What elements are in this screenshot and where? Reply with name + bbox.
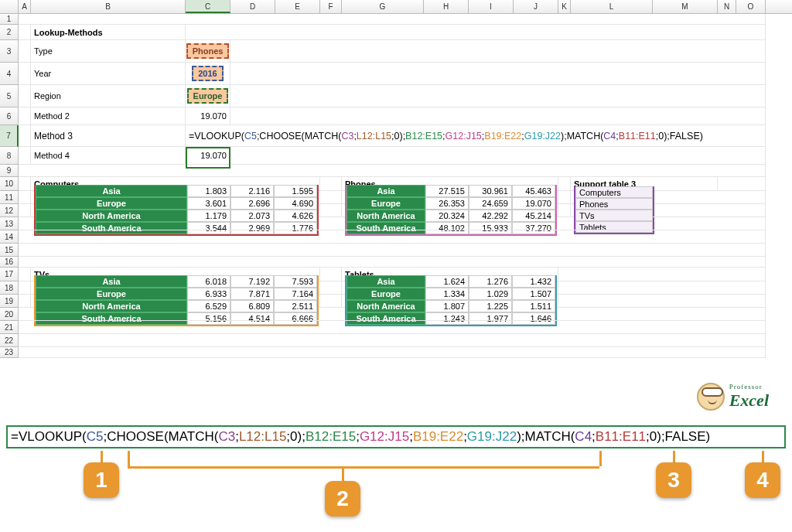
row-header[interactable]: 11 (0, 191, 19, 204)
tablets-body[interactable]: Asia1.6241.2761.432Europe1.3341.0291.507… (342, 295, 558, 308)
cell[interactable] (558, 295, 766, 308)
column-header[interactable]: F (320, 0, 342, 13)
column-header[interactable]: L (571, 0, 653, 13)
cell[interactable] (19, 63, 31, 85)
row-header[interactable]: 13 (0, 217, 19, 230)
phones-body[interactable]: Asia27.51530.96145.463Europe26.35324.659… (342, 204, 558, 217)
cell[interactable] (19, 295, 31, 308)
row-header[interactable]: 8 (0, 147, 19, 165)
cell[interactable] (230, 40, 766, 63)
cell[interactable] (19, 147, 31, 165)
row-header[interactable]: 23 (0, 347, 19, 358)
cell[interactable] (653, 204, 766, 217)
cell[interactable] (19, 204, 31, 217)
cell[interactable] (718, 177, 766, 191)
label-region[interactable]: Region (31, 85, 186, 107)
row-header[interactable]: 6 (0, 107, 19, 125)
column-header[interactable]: B (31, 0, 186, 13)
row-header[interactable]: 12 (0, 204, 19, 217)
cell[interactable] (186, 25, 766, 40)
cell[interactable] (19, 107, 31, 125)
cell[interactable] (320, 191, 342, 204)
cell[interactable] (230, 107, 766, 125)
cell[interactable] (19, 40, 31, 63)
label-type[interactable]: Type (31, 40, 186, 63)
cell[interactable] (230, 85, 766, 107)
row-header[interactable]: 2 (0, 25, 19, 40)
row-header[interactable]: 17 (0, 268, 19, 281)
input-year[interactable]: 2016 (186, 63, 230, 85)
column-header[interactable]: D (230, 0, 275, 13)
cell[interactable] (19, 334, 766, 347)
column-header[interactable]: A (19, 0, 31, 13)
support-body[interactable]: ComputersPhonesTVsTablets (571, 204, 653, 217)
cell[interactable] (558, 177, 571, 191)
cell[interactable] (19, 308, 766, 321)
cell[interactable] (320, 268, 342, 281)
column-header[interactable]: E (275, 0, 320, 13)
cell[interactable] (653, 191, 766, 204)
row-header[interactable]: 20 (0, 308, 19, 321)
column-header[interactable]: N (718, 0, 736, 13)
cell[interactable] (19, 281, 31, 295)
input-type[interactable]: Phones (186, 40, 230, 63)
column-header[interactable]: I (469, 0, 514, 13)
cell[interactable] (19, 177, 31, 191)
cell[interactable] (19, 257, 766, 268)
column-header[interactable]: H (424, 0, 469, 13)
label-method4[interactable]: Method 4 (31, 147, 186, 165)
section-title[interactable]: Lookup-Methods (31, 25, 186, 40)
row-header[interactable]: 14 (0, 230, 19, 244)
cell[interactable] (19, 191, 31, 204)
column-header[interactable]: M (653, 0, 718, 13)
row-header[interactable]: 4 (0, 63, 19, 85)
cell[interactable] (19, 230, 766, 244)
cell[interactable] (558, 268, 766, 281)
row-header[interactable]: 10 (0, 177, 19, 191)
cell[interactable] (19, 125, 31, 147)
column-header[interactable]: O (736, 0, 766, 13)
row-header[interactable]: 21 (0, 321, 19, 334)
column-header[interactable]: J (514, 0, 558, 13)
label-method2[interactable]: Method 2 (31, 107, 186, 125)
row-header[interactable]: 15 (0, 244, 19, 257)
row-header[interactable]: 5 (0, 85, 19, 107)
cell[interactable] (19, 25, 31, 40)
column-header[interactable]: C (186, 0, 230, 13)
label-year[interactable]: Year (31, 63, 186, 85)
cell[interactable] (230, 147, 766, 165)
cell[interactable] (19, 347, 766, 358)
computers-body[interactable]: Asia1.8032.1161.595Europe3.6012.6964.690… (31, 204, 320, 217)
row-header[interactable]: 7 (0, 125, 19, 147)
cell[interactable] (19, 165, 766, 177)
cell[interactable] (558, 281, 766, 295)
column-header[interactable]: G (342, 0, 424, 13)
cell[interactable] (558, 191, 571, 204)
label-method3[interactable]: Method 3 (31, 125, 186, 147)
cell[interactable] (19, 217, 766, 230)
column-header[interactable] (0, 0, 19, 13)
cell[interactable] (320, 204, 342, 217)
input-region[interactable]: Europe (186, 85, 230, 107)
tvs-body[interactable]: Asia6.0187.1927.593Europe6.9337.8717.164… (31, 295, 320, 308)
cell[interactable] (19, 14, 766, 25)
value-method2[interactable]: 19.070 (186, 107, 230, 125)
cell[interactable] (320, 295, 342, 308)
row-header[interactable]: 19 (0, 295, 19, 308)
cell[interactable] (230, 63, 766, 85)
row-header[interactable]: 1 (0, 14, 19, 25)
cell[interactable] (19, 85, 31, 107)
cell[interactable] (19, 268, 31, 281)
cell[interactable] (19, 321, 766, 334)
row-header[interactable]: 9 (0, 165, 19, 177)
row-header[interactable]: 3 (0, 40, 19, 63)
value-method4[interactable]: 19.070 (186, 147, 230, 165)
cell[interactable] (558, 204, 571, 217)
cell[interactable] (320, 281, 342, 295)
formula-cell[interactable]: =VLOOKUP(C5;CHOOSE(MATCH(C3;L12:L15;0);B… (186, 125, 766, 147)
cell[interactable] (320, 177, 342, 191)
column-header[interactable]: K (558, 0, 571, 13)
cell[interactable] (19, 244, 766, 257)
row-header[interactable]: 18 (0, 281, 19, 295)
row-header[interactable]: 22 (0, 334, 19, 347)
